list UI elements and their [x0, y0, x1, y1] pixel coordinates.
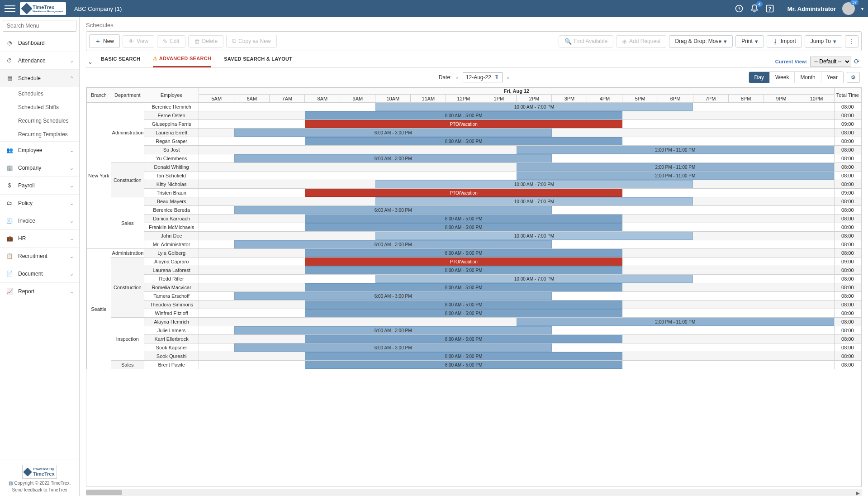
employee-cell[interactable]: Kitty Nicholas [144, 180, 199, 189]
schedule-bar[interactable]: 8:00 AM - 5:00 PM [305, 352, 622, 360]
chart-icon[interactable]: ▥ [9, 481, 13, 486]
schedule-cell[interactable]: 10:00 AM - 7:00 PM [199, 275, 834, 283]
new-button[interactable]: ＋New [89, 34, 120, 48]
sidebar-item-invoice[interactable]: 🧾 Invoice ⌄ [0, 212, 79, 229]
schedule-bar[interactable]: 6:00 AM - 3:00 PM [234, 240, 552, 248]
employee-cell[interactable]: Donald Whitling [144, 163, 199, 172]
schedule-cell[interactable]: 8:00 AM - 5:00 PM [199, 266, 834, 275]
search-input[interactable] [3, 20, 76, 32]
schedule-cell[interactable]: 10:00 AM - 7:00 PM [199, 103, 834, 111]
schedule-cell[interactable]: 2:00 PM - 11:00 PM [199, 163, 834, 172]
sidebar-item-payroll[interactable]: $ Payroll ⌄ [0, 176, 79, 194]
schedule-cell[interactable]: 6:00 AM - 3:00 PM [199, 326, 834, 335]
date-next-icon[interactable]: › [507, 74, 509, 81]
schedule-bar[interactable]: 8:00 AM - 5:00 PM [305, 309, 622, 317]
sidebar-subitem-schedules[interactable]: Schedules [13, 87, 79, 100]
clock-icon[interactable] [735, 4, 744, 13]
schedule-bar[interactable]: 8:00 AM - 5:00 PM [305, 249, 622, 257]
schedule-cell[interactable]: 10:00 AM - 7:00 PM [199, 180, 834, 189]
schedule-cell[interactable]: 2:00 PM - 11:00 PM [199, 146, 834, 154]
schedule-bar[interactable]: 8:00 AM - 5:00 PM [305, 266, 622, 274]
scroll-thumb[interactable] [86, 490, 122, 495]
employee-cell[interactable]: Laurena Laforest [144, 266, 199, 275]
horizontal-scrollbar[interactable]: ◀ ▶ [86, 489, 862, 496]
schedule-cell[interactable]: 2:00 PM - 11:00 PM [199, 318, 834, 326]
schedule-cell[interactable]: 10:00 AM - 7:00 PM [199, 197, 834, 206]
app-logo[interactable]: TimeTrex Workforce Management [20, 2, 66, 15]
date-prev-icon[interactable]: ‹ [456, 74, 458, 81]
schedule-bar[interactable]: PTO/Vacation [305, 189, 622, 197]
schedule-bar[interactable]: 6:00 AM - 3:00 PM [234, 206, 552, 214]
sidebar-item-employee[interactable]: 👥 Employee ⌄ [0, 141, 79, 159]
sidebar-item-hr[interactable]: 💼 HR ⌄ [0, 229, 79, 247]
sidebar-item-dashboard[interactable]: ◔ Dashboard [0, 34, 79, 52]
schedule-cell[interactable]: PTO/Vacation [199, 120, 834, 129]
schedule-cell[interactable]: 8:00 AM - 5:00 PM [199, 111, 834, 120]
schedule-bar[interactable]: 2:00 PM - 11:00 PM [517, 318, 834, 326]
schedule-cell[interactable]: 8:00 AM - 5:00 PM [199, 215, 834, 223]
schedule-cell[interactable]: 8:00 AM - 5:00 PM [199, 223, 834, 232]
view-mode-week[interactable]: Week [770, 72, 795, 83]
schedule-cell[interactable]: 10:00 AM - 7:00 PM [199, 232, 834, 240]
employee-cell[interactable]: Karri Ellerbrock [144, 335, 199, 343]
current-view-select[interactable]: -- Default -- [810, 57, 851, 67]
schedule-bar[interactable]: 6:00 AM - 3:00 PM [234, 326, 552, 334]
avatar[interactable]: 37 [842, 2, 855, 15]
schedule-cell[interactable]: 8:00 AM - 5:00 PM [199, 283, 834, 292]
settings-icon[interactable]: ⚙ [847, 72, 860, 83]
sidebar-item-schedule[interactable]: ▦ Schedule ⌃ [0, 69, 79, 87]
schedule-cell[interactable]: 2:00 PM - 11:00 PM [199, 172, 834, 180]
sidebar-subitem-recurring-templates[interactable]: Recurring Templates [13, 128, 79, 141]
drag-drop-button[interactable]: Drag & Drop: Move▾ [669, 35, 733, 48]
chevron-down-icon[interactable]: ▾ [861, 6, 863, 11]
schedule-bar[interactable]: PTO/Vacation [305, 120, 622, 128]
schedule-bar[interactable]: 10:00 AM - 7:00 PM [375, 232, 693, 240]
schedule-bar[interactable]: 10:00 AM - 7:00 PM [375, 197, 693, 205]
employee-cell[interactable]: Theodora Simmons [144, 300, 199, 309]
employee-cell[interactable]: Ferne Osten [144, 111, 199, 120]
import-button[interactable]: ⭳Import [767, 35, 802, 48]
schedule-bar[interactable]: 8:00 AM - 5:00 PM [305, 223, 622, 231]
employee-cell[interactable]: Beau Mayers [144, 197, 199, 206]
schedule-cell[interactable]: 8:00 AM - 5:00 PM [199, 335, 834, 343]
jump-to-button[interactable]: Jump To▾ [805, 35, 842, 48]
employee-cell[interactable]: Berenice Hemrich [144, 103, 199, 111]
date-input[interactable]: 12-Aug-22 🗓 [463, 72, 503, 82]
employee-cell[interactable]: Tristen Braun [144, 189, 199, 197]
feedback-link[interactable]: Send feedback to TimeTrex [4, 487, 76, 492]
employee-cell[interactable]: Winfred Fitzloff [144, 309, 199, 318]
print-button[interactable]: Print▾ [735, 35, 764, 48]
schedule-cell[interactable]: 8:00 AM - 5:00 PM [199, 361, 834, 369]
employee-cell[interactable]: Yu Clemmens [144, 154, 199, 163]
schedule-bar[interactable]: 8:00 AM - 5:00 PM [305, 111, 622, 119]
schedule-bar[interactable]: 2:00 PM - 11:00 PM [517, 163, 834, 171]
schedule-bar[interactable]: 10:00 AM - 7:00 PM [375, 103, 693, 111]
employee-cell[interactable]: Julie Lamers [144, 326, 199, 335]
employee-cell[interactable]: Tamera Erschoff [144, 292, 199, 300]
schedule-bar[interactable]: 8:00 AM - 5:00 PM [305, 137, 622, 145]
user-name[interactable]: Mr. Administrator [787, 5, 836, 12]
sidebar-item-recruitment[interactable]: 📋 Recruitment ⌄ [0, 247, 79, 265]
employee-cell[interactable]: Franklin McMichaels [144, 223, 199, 232]
employee-cell[interactable]: Redd Rifler [144, 275, 199, 283]
schedule-cell[interactable]: 8:00 AM - 5:00 PM [199, 309, 834, 318]
schedule-cell[interactable]: 8:00 AM - 5:00 PM [199, 137, 834, 146]
view-mode-year[interactable]: Year [821, 72, 843, 83]
employee-cell[interactable]: Romelia Macvicar [144, 283, 199, 292]
notification-icon[interactable]: 4 [750, 4, 759, 13]
schedule-cell[interactable]: PTO/Vacation [199, 258, 834, 266]
sidebar-subitem-recurring-schedules[interactable]: Recurring Schedules [13, 114, 79, 128]
employee-cell[interactable]: Su Jost [144, 146, 199, 154]
schedule-cell[interactable]: PTO/Vacation [199, 189, 834, 197]
sidebar-item-policy[interactable]: 🗂 Policy ⌄ [0, 194, 79, 212]
view-mode-day[interactable]: Day [749, 72, 770, 83]
employee-cell[interactable]: Laurena Errett [144, 129, 199, 137]
employee-cell[interactable]: Sook Qureshi [144, 352, 199, 361]
schedule-bar[interactable]: PTO/Vacation [305, 258, 622, 266]
schedule-bar[interactable]: 8:00 AM - 5:00 PM [305, 300, 622, 309]
schedule-bar[interactable]: 6:00 AM - 3:00 PM [234, 292, 552, 300]
tab-advanced-search[interactable]: ⚠ADVANCED SEARCH [153, 56, 211, 67]
schedule-cell[interactable]: 8:00 AM - 5:00 PM [199, 352, 834, 361]
view-mode-month[interactable]: Month [795, 72, 821, 83]
employee-cell[interactable]: Alayna Capraro [144, 258, 199, 266]
